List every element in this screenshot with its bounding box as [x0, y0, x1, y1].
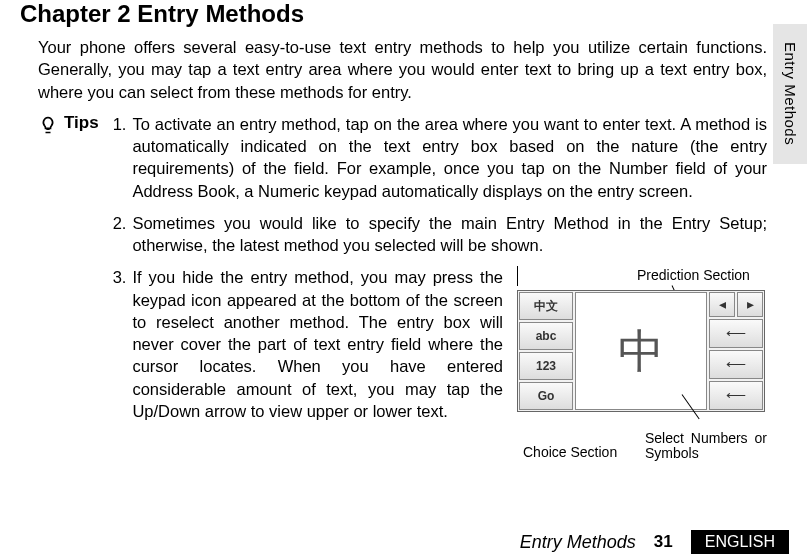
figure-label-choice: Choice Section: [523, 443, 617, 462]
tips-block: Tips 1. To activate an entry method, tap…: [38, 113, 767, 472]
tip-text: Sometimes you would like to specify the …: [132, 212, 767, 257]
backspace-icon: ⟵: [709, 381, 763, 410]
prediction-area: 中: [575, 292, 707, 410]
arrow-left-icon: ◂: [709, 292, 735, 317]
figure-label-prediction: Prediction Section: [637, 266, 750, 285]
figure-label-select: Select Numbers or Symbols: [645, 431, 767, 462]
backspace-icon: ⟵: [709, 319, 763, 348]
mode-button-abc: abc: [519, 322, 573, 350]
chapter-title: Chapter 2 Entry Methods: [20, 0, 767, 28]
arrow-right-icon: ▸: [737, 292, 763, 317]
tips-label: Tips: [64, 113, 99, 133]
backspace-icon: ⟵: [709, 350, 763, 379]
tip-text: To activate an entry method, tap on the …: [132, 113, 767, 202]
tip-item: 1. To activate an entry method, tap on t…: [113, 113, 767, 202]
tip-number: 3.: [113, 266, 127, 461]
keypad-diagram: 中文 abc 123 Go 中 ◂ ▸ ⟵: [517, 290, 765, 412]
tip-item: 3. If you hide the entry method, you may…: [113, 266, 767, 461]
intro-paragraph: Your phone offers several easy-to-use te…: [38, 36, 767, 103]
tips-list: 1. To activate an entry method, tap on t…: [113, 113, 767, 472]
mode-button-cjk: 中文: [519, 292, 573, 320]
mode-button-123: 123: [519, 352, 573, 380]
footer-title: Entry Methods: [520, 532, 636, 553]
page-footer: Entry Methods 31 ENGLISH: [0, 530, 807, 554]
tip-number: 2.: [113, 212, 127, 257]
entry-method-figure: Prediction Section 中文 abc 123 Go 中: [517, 266, 767, 461]
footer-page-number: 31: [654, 532, 673, 552]
tip-item: 2. Sometimes you would like to specify t…: [113, 212, 767, 257]
tip-number: 1.: [113, 113, 127, 202]
lightbulb-icon: [38, 115, 58, 135]
mode-button-go: Go: [519, 382, 573, 410]
side-tab: Entry Methods: [773, 24, 807, 164]
footer-language-badge: ENGLISH: [691, 530, 789, 554]
tip-text: If you hide the entry method, you may pr…: [132, 266, 503, 422]
